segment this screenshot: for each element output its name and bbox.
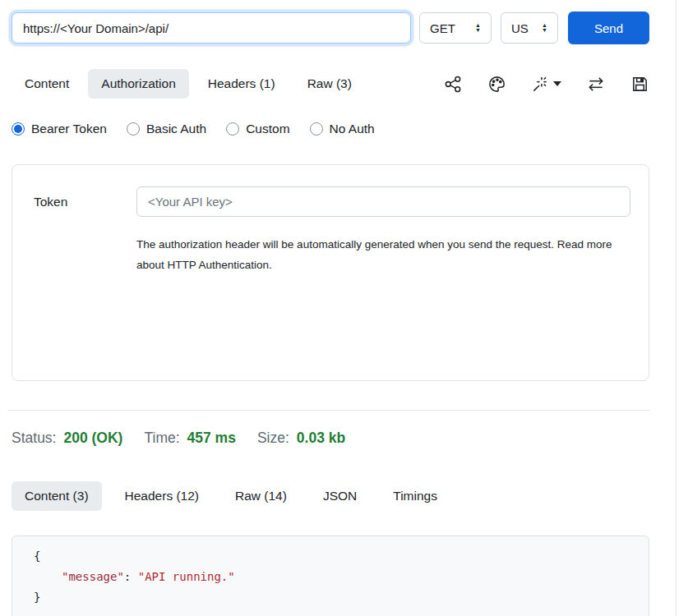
status-code-value: 200 (OK) [63, 430, 122, 447]
size-label: Size: [257, 430, 289, 447]
chevron-down-icon [553, 81, 561, 86]
magic-wand-icon[interactable] [531, 75, 561, 94]
resp-tab-raw[interactable]: Raw (14) [222, 481, 300, 511]
request-tabs-row: Content Authorization Headers (1) Raw (3… [12, 69, 649, 99]
resp-tab-json[interactable]: JSON [310, 481, 370, 511]
request-toolbar [444, 75, 649, 94]
tab-headers[interactable]: Headers (1) [195, 69, 289, 99]
request-bar: GET ▲▼ US ▲▼ Send [0, 0, 688, 44]
auth-type-selector: Bearer Token Basic Auth Custom No Auth [12, 122, 688, 136]
token-row: Token [12, 165, 649, 217]
resp-tab-content[interactable]: Content (3) [12, 481, 102, 511]
radio-label: Basic Auth [146, 122, 206, 136]
radio-label: Custom [246, 122, 289, 136]
time-value: 457 ms [187, 430, 236, 447]
code-line: "message": "API running." [34, 567, 649, 587]
token-label: Token [34, 195, 136, 209]
content-edge-divider [676, 0, 676, 616]
method-select[interactable]: GET ▲▼ [419, 12, 492, 44]
response-body-viewer[interactable]: { "message": "API running." } [12, 536, 649, 616]
palette-icon[interactable] [487, 75, 506, 94]
resp-tab-headers[interactable]: Headers (12) [112, 481, 212, 511]
share-icon[interactable] [444, 75, 463, 94]
status-label: Status: [12, 430, 56, 447]
json-value: "API running." [138, 570, 235, 583]
json-separator: : [124, 570, 138, 583]
api-client-page: GET ▲▼ US ▲▼ Send Content Authorization … [0, 0, 688, 616]
json-key: "message" [62, 570, 124, 583]
response-tabs-row: Content (3) Headers (12) Raw (14) JSON T… [12, 481, 460, 511]
url-input[interactable] [12, 12, 411, 44]
response-status-row: Status: 200 (OK) Time: 457 ms Size: 0.03… [12, 430, 345, 447]
resp-tab-timings[interactable]: Timings [380, 481, 450, 511]
radio-unselected-icon [226, 122, 239, 136]
radio-no-auth[interactable]: No Auth [310, 122, 375, 136]
radio-unselected-icon [127, 122, 140, 136]
radio-bearer-token[interactable]: Bearer Token [12, 122, 107, 136]
time-label: Time: [144, 430, 179, 447]
radio-selected-icon [12, 122, 25, 136]
select-arrows-icon: ▲▼ [475, 23, 481, 33]
send-button[interactable]: Send [568, 11, 649, 44]
radio-custom[interactable]: Custom [226, 122, 289, 136]
save-icon[interactable] [630, 75, 649, 94]
select-arrows-icon: ▲▼ [542, 23, 547, 33]
token-input[interactable] [136, 186, 630, 217]
code-line: { [34, 546, 649, 567]
tab-content[interactable]: Content [12, 69, 82, 99]
swap-arrows-icon[interactable] [586, 75, 606, 94]
section-divider [8, 410, 649, 411]
radio-label: Bearer Token [31, 122, 107, 136]
radio-unselected-icon [310, 122, 323, 136]
tab-raw[interactable]: Raw (3) [294, 69, 365, 99]
code-line: } [34, 587, 649, 608]
size-value: 0.03 kb [297, 430, 345, 447]
auth-help-text: The authorization header will be automat… [136, 234, 616, 275]
region-select-value: US [511, 21, 529, 35]
radio-basic-auth[interactable]: Basic Auth [127, 122, 206, 136]
tab-authorization[interactable]: Authorization [88, 69, 188, 99]
radio-label: No Auth [330, 122, 375, 136]
bearer-token-panel: Token The authorization header will be a… [12, 164, 649, 381]
region-select[interactable]: US ▲▼ [501, 12, 558, 44]
method-select-value: GET [430, 21, 455, 35]
